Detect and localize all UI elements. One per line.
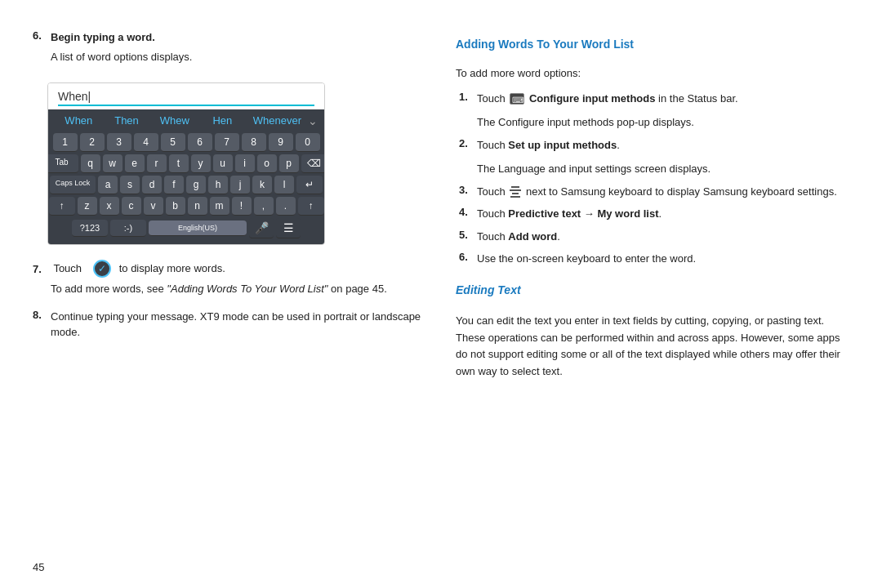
adding-words-steps: 1. Touch Configure input methods in the … bbox=[459, 91, 849, 267]
step-8-number: 8. bbox=[33, 309, 46, 321]
adding-words-intro: To add more word options: bbox=[456, 65, 849, 82]
step-6-subtext: A list of word options displays. bbox=[51, 49, 426, 65]
right-column: Adding Words To Your Word List To add mo… bbox=[456, 29, 849, 572]
key-3[interactable]: 3 bbox=[107, 133, 131, 152]
right-step-5-body: Touch Add word. bbox=[477, 229, 560, 245]
key-menu[interactable]: ☰ bbox=[276, 218, 301, 238]
key-a[interactable]: a bbox=[98, 176, 118, 194]
key-mic[interactable]: 🎤 bbox=[249, 218, 274, 238]
keyboard-body: 1 2 3 4 5 6 7 8 9 0 Tab q w e r bbox=[48, 131, 324, 244]
key-r[interactable]: r bbox=[147, 154, 167, 173]
suggestion-then[interactable]: Then bbox=[103, 113, 151, 128]
key-l[interactable]: l bbox=[274, 176, 294, 194]
add-word-bold: Add word bbox=[508, 230, 557, 243]
svg-rect-0 bbox=[511, 186, 519, 188]
key-comma[interactable]: , bbox=[254, 197, 274, 216]
key-v[interactable]: v bbox=[144, 197, 163, 216]
keyboard-typed-text: When| bbox=[58, 90, 91, 103]
right-step-6: 6. Use the on-screen keyboard to enter t… bbox=[459, 251, 849, 267]
right-step-1: 1. Touch Configure input methods in the … bbox=[459, 91, 849, 107]
key-9[interactable]: 9 bbox=[269, 133, 293, 152]
key-caps[interactable]: Caps Lock bbox=[50, 176, 96, 194]
keyboard-row-zxcv: ↑ z x c v b n m ! , . ↑ bbox=[51, 197, 321, 216]
right-step-5-num: 5. bbox=[459, 229, 472, 241]
key-w[interactable]: w bbox=[103, 154, 122, 173]
key-7[interactable]: 7 bbox=[215, 133, 239, 152]
key-shift-left[interactable]: ↑ bbox=[49, 197, 75, 216]
right-step-4-num: 4. bbox=[459, 206, 472, 218]
suggestion-whenever[interactable]: Whenever bbox=[247, 113, 308, 128]
suggestion-whew[interactable]: Whew bbox=[150, 113, 198, 128]
right-step-5: 5. Touch Add word. bbox=[459, 229, 849, 245]
key-m[interactable]: m bbox=[210, 197, 229, 216]
svg-rect-1 bbox=[510, 189, 521, 191]
editing-text-description: You can edit the text you enter in text … bbox=[456, 313, 849, 381]
settings-icon bbox=[510, 186, 521, 198]
right-step-6-body: Use the on-screen keyboard to enter the … bbox=[477, 251, 696, 267]
key-0[interactable]: 0 bbox=[296, 133, 320, 152]
step-7-text-post: to display more words. bbox=[119, 261, 225, 277]
my-word-list-bold: My word list bbox=[597, 207, 658, 220]
key-5[interactable]: 5 bbox=[161, 133, 185, 152]
key-j[interactable]: j bbox=[230, 176, 250, 194]
key-d[interactable]: d bbox=[142, 176, 162, 194]
keyboard-row-asdf: Caps Lock a s d f g h j k l ↵ bbox=[51, 176, 321, 194]
key-num[interactable]: ?123 bbox=[72, 220, 108, 237]
suggestion-when[interactable]: When bbox=[55, 113, 103, 128]
keyboard-row-numbers: 1 2 3 4 5 6 7 8 9 0 bbox=[51, 133, 321, 152]
key-u[interactable]: u bbox=[213, 154, 233, 173]
key-n[interactable]: n bbox=[188, 197, 207, 216]
svg-rect-2 bbox=[512, 193, 519, 194]
key-6[interactable]: 6 bbox=[188, 133, 212, 152]
key-s[interactable]: s bbox=[120, 176, 140, 194]
right-step-1-body: Touch Configure input methods in the Sta… bbox=[477, 91, 738, 107]
key-1[interactable]: 1 bbox=[53, 133, 78, 152]
right-step-3-num: 3. bbox=[459, 184, 472, 196]
left-column: 6. Begin typing a word. A list of word o… bbox=[33, 29, 426, 572]
key-b[interactable]: b bbox=[166, 197, 185, 216]
key-y[interactable]: y bbox=[191, 154, 211, 173]
key-e[interactable]: e bbox=[125, 154, 145, 173]
key-4[interactable]: 4 bbox=[134, 133, 158, 152]
right-step-4: 4. Touch Predictive text → My word list. bbox=[459, 206, 849, 222]
keyboard-screenshot: When| When Then Whew Hen Whenever ⌄ 1 2 … bbox=[47, 82, 325, 245]
right-step-1-sub: The Configure input methods pop-up displ… bbox=[477, 114, 849, 131]
configure-input-bold: Configure input methods bbox=[529, 92, 656, 105]
key-c[interactable]: c bbox=[122, 197, 141, 216]
right-step-4-body: Touch Predictive text → My word list. bbox=[477, 206, 662, 222]
key-emoticon[interactable]: :-) bbox=[110, 220, 146, 237]
key-h[interactable]: h bbox=[208, 176, 228, 194]
keyboard-row-qwerty: Tab q w e r t y u i o p ⌫ bbox=[51, 154, 321, 173]
page-number: 45 bbox=[33, 561, 44, 573]
key-shift-right[interactable]: ↑ bbox=[298, 197, 324, 216]
page-content: 6. Begin typing a word. A list of word o… bbox=[0, 0, 882, 588]
key-q[interactable]: q bbox=[81, 154, 100, 173]
key-x[interactable]: x bbox=[100, 197, 119, 216]
key-t[interactable]: t bbox=[169, 154, 189, 173]
key-2[interactable]: 2 bbox=[80, 133, 105, 152]
text-underline bbox=[58, 105, 314, 106]
configure-input-icon bbox=[510, 93, 524, 105]
key-period[interactable]: . bbox=[276, 197, 296, 216]
key-enter[interactable]: ↵ bbox=[296, 176, 323, 194]
key-f[interactable]: f bbox=[164, 176, 184, 194]
key-o[interactable]: o bbox=[257, 154, 277, 173]
key-tab[interactable]: Tab bbox=[47, 154, 78, 173]
checkmark-circle-icon[interactable] bbox=[93, 260, 111, 278]
step-7-subtext: To add more words, see "Adding Words To … bbox=[51, 281, 426, 297]
key-excl[interactable]: ! bbox=[232, 197, 252, 216]
step-6-number: 6. bbox=[33, 29, 46, 42]
suggestion-hen[interactable]: Hen bbox=[198, 113, 247, 128]
key-k[interactable]: k bbox=[252, 176, 272, 194]
key-space[interactable]: English(US) bbox=[149, 220, 247, 236]
keyboard-text-field: When| bbox=[48, 83, 324, 109]
key-8[interactable]: 8 bbox=[242, 133, 266, 152]
step-8: 8. Continue typing your message. XT9 mod… bbox=[33, 309, 426, 341]
key-i[interactable]: i bbox=[235, 154, 255, 173]
set-up-input-bold: Set up input methods bbox=[508, 139, 617, 151]
key-p[interactable]: p bbox=[279, 154, 299, 173]
suggestion-expand-icon[interactable]: ⌄ bbox=[308, 114, 318, 127]
key-z[interactable]: z bbox=[78, 197, 97, 216]
key-backspace[interactable]: ⌫ bbox=[301, 154, 326, 173]
key-g[interactable]: g bbox=[186, 176, 206, 194]
